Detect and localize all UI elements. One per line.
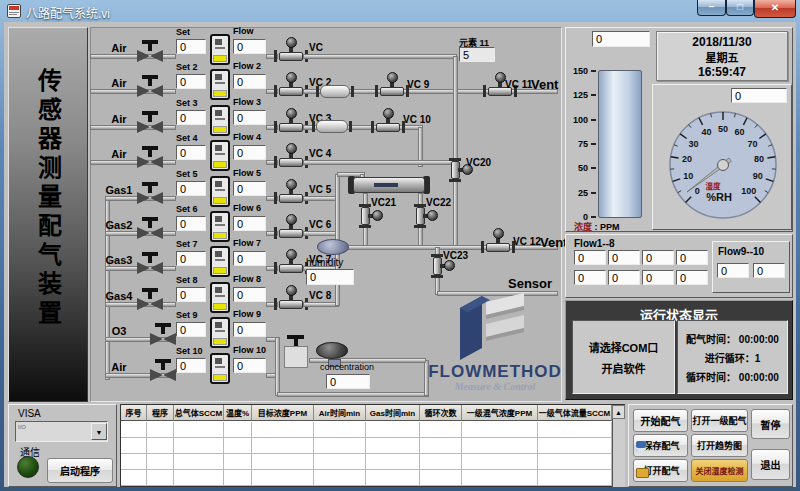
table-cell[interactable] [314,422,366,438]
vc-valve-label: VC 8 [309,290,331,301]
vc-valve-flange [274,121,277,133]
start-gas-button[interactable]: 开始配气 [633,409,688,432]
mfc-graphic [215,189,225,191]
table-cell[interactable] [174,470,224,486]
vc-valve-actuator [286,285,297,296]
table-cell[interactable] [252,470,314,486]
vc-valve-actuator [286,179,297,190]
set-input[interactable]: 0 [176,181,206,196]
table-cell[interactable] [366,454,420,470]
table-cell[interactable] [366,438,420,454]
manual-valve-icon [137,262,150,274]
table-cell[interactable] [462,470,538,486]
humidity-off-button[interactable]: 关闭湿度检测 [691,459,748,482]
table-cell[interactable] [252,422,314,438]
trend-button[interactable]: 打开趋势图 [691,434,748,457]
pipe-segment [303,302,339,307]
table-cell[interactable] [121,470,147,486]
open-level1-button[interactable]: 打开一级配气 [691,409,748,432]
exit-button[interactable]: 退出 [751,449,790,480]
set-input[interactable]: 0 [176,145,206,160]
visa-combo[interactable]: I/O ▼ [15,421,108,442]
table-cell[interactable] [538,438,612,454]
table-cell[interactable] [420,438,462,454]
table-cell[interactable] [174,438,224,454]
table-cell[interactable] [147,438,174,454]
start-program-button[interactable]: 启动程序 [47,458,113,483]
table-cell[interactable] [538,422,612,438]
manual-valve-icon [137,121,150,133]
tank-tick [591,119,596,121]
concentration-indicator: 0 [326,374,370,389]
chamber-flange [312,121,315,132]
table-cell[interactable] [366,422,420,438]
set-input[interactable]: 0 [176,251,206,266]
table-cell[interactable] [538,454,612,470]
table-cell[interactable] [252,438,314,454]
program-table[interactable]: 序号程序总气体SCCM温度%目标浓度PPMAir时间minGas时间min循环次… [120,404,625,487]
table-cell[interactable] [420,454,462,470]
tank-tick-label: 100 [562,115,588,125]
flow-readout: 0 [608,270,640,285]
tank [598,70,642,218]
table-cell[interactable] [147,470,174,486]
set-input[interactable]: 0 [176,216,206,231]
flow-label: Flow 2 [233,61,261,71]
set-input[interactable]: 0 [176,358,206,373]
table-cell[interactable] [462,454,538,470]
table-cell[interactable] [174,454,224,470]
table-cell[interactable] [420,470,462,486]
vc-valve-flange [274,50,277,62]
table-cell[interactable] [366,470,420,486]
vc12-valve-actuator [493,228,504,239]
element11-input[interactable]: 5 [459,47,495,62]
table-cell[interactable] [314,454,366,470]
table-cell[interactable] [420,422,462,438]
set-input[interactable]: 0 [176,74,206,89]
vc-valve-label: VC 5 [309,184,331,195]
vc-valve-actuator [286,143,297,154]
table-cell[interactable] [462,438,538,454]
open-gas-button[interactable]: 打开配气 [633,459,688,482]
table-cell[interactable] [174,422,224,438]
table-cell[interactable] [121,454,147,470]
pause-button[interactable]: 暂停 [751,409,790,439]
table-cell[interactable] [147,454,174,470]
gas-label: Gas1 [96,184,142,196]
set-input[interactable]: 0 [176,322,206,337]
flow-indicator: 0 [233,110,266,125]
flow-readout: 0 [574,270,606,285]
table-cell[interactable] [462,422,538,438]
table-cell[interactable] [252,454,314,470]
flow-label: Flow 7 [233,238,261,248]
table-cell[interactable] [224,438,252,454]
set-input[interactable]: 0 [176,39,206,54]
status-cycle-count: 进行循环：1 [705,350,761,365]
table-header-cell: Gas时间min [366,405,420,421]
tank-caption-zh: 浓度 [574,222,592,232]
visa-combo-arrow[interactable]: ▼ [91,423,107,440]
table-cell[interactable] [538,470,612,486]
t-valve-block [284,346,308,368]
vc-valve-label: VC 6 [309,219,331,230]
table-cell[interactable] [314,438,366,454]
table-scroll-up-button[interactable]: ▲ [612,405,625,419]
mfc-brand-strip [213,197,227,204]
mfc-graphic [215,295,225,297]
table-cell[interactable] [121,422,147,438]
table-cell[interactable] [314,470,366,486]
humidity-sensor-icon [317,239,349,255]
table-cell[interactable] [121,438,147,454]
gauge-tick-label: 10 [683,171,693,181]
set-input[interactable]: 0 [176,110,206,125]
table-cell[interactable] [224,454,252,470]
table-cell[interactable] [224,470,252,486]
manual-valve-icon [163,369,176,381]
save-gas-button[interactable]: 保存配气 [633,434,688,457]
vc-valve-flange [274,227,277,239]
set-input[interactable]: 0 [176,287,206,302]
table-cell[interactable] [224,422,252,438]
flow-readout: 0 [753,263,785,278]
table-cell[interactable] [147,422,174,438]
vc12-valve-body [486,243,510,252]
